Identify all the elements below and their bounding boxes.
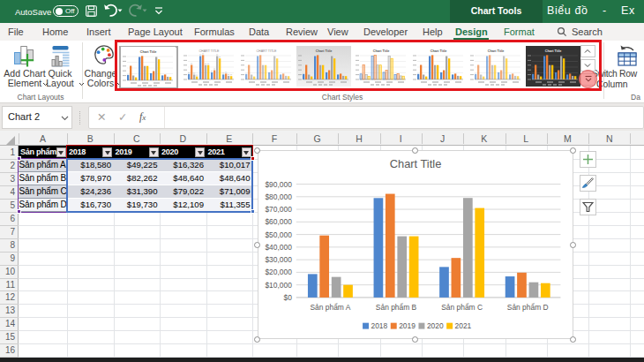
svg-text:$0: $0 — [283, 293, 292, 302]
svg-text:$80,000: $80,000 — [265, 192, 292, 201]
svg-text:$30,000: $30,000 — [265, 255, 292, 264]
svg-text:$90,000: $90,000 — [265, 180, 292, 189]
svg-text:$60,000: $60,000 — [265, 217, 292, 226]
svg-text:$70,000: $70,000 — [265, 205, 292, 214]
svg-text:Sản phẩm A: Sản phẩm A — [310, 303, 350, 312]
svg-text:$40,000: $40,000 — [265, 243, 292, 252]
svg-text:Sản phẩm B: Sản phẩm B — [375, 303, 416, 312]
svg-text:$10,000: $10,000 — [265, 281, 292, 290]
svg-text:2019: 2019 — [399, 321, 416, 330]
svg-text:2018: 2018 — [371, 321, 387, 330]
svg-text:Sản phẩm C: Sản phẩm C — [441, 303, 483, 312]
svg-text:Sản phẩm D: Sản phẩm D — [506, 303, 548, 312]
svg-text:$20,000: $20,000 — [265, 268, 292, 276]
svg-text:2021: 2021 — [454, 321, 471, 330]
svg-text:$50,000: $50,000 — [265, 230, 292, 239]
svg-text:Chart Title: Chart Title — [389, 157, 441, 170]
svg-text:2020: 2020 — [426, 321, 443, 330]
